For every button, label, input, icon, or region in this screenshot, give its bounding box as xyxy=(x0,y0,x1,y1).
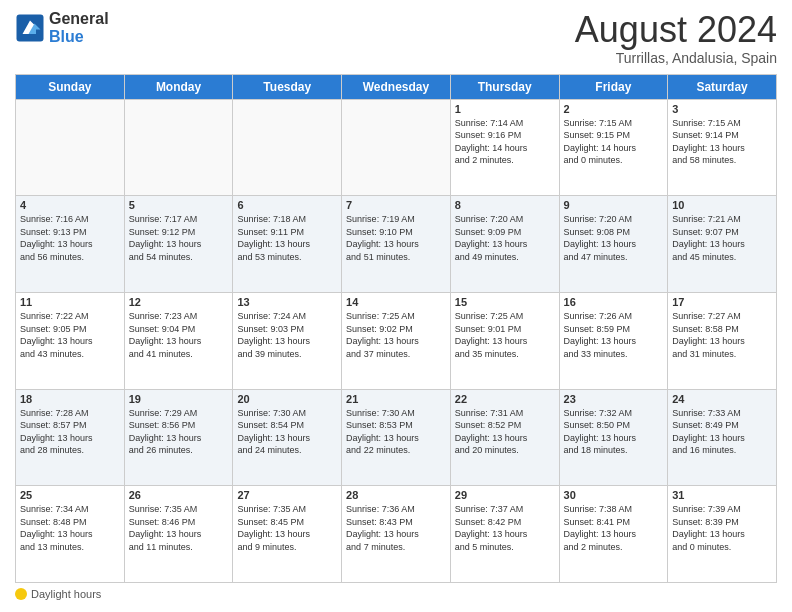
day-number: 22 xyxy=(455,393,555,405)
weekday-header-sunday: Sunday xyxy=(16,74,125,99)
week-row-1: 1Sunrise: 7:14 AM Sunset: 9:16 PM Daylig… xyxy=(16,99,777,196)
day-info: Sunrise: 7:19 AM Sunset: 9:10 PM Dayligh… xyxy=(346,213,446,263)
day-number: 15 xyxy=(455,296,555,308)
daylight-text: Daylight hours xyxy=(31,588,101,600)
day-number: 7 xyxy=(346,199,446,211)
calendar-cell: 21Sunrise: 7:30 AM Sunset: 8:53 PM Dayli… xyxy=(342,389,451,486)
day-info: Sunrise: 7:34 AM Sunset: 8:48 PM Dayligh… xyxy=(20,503,120,553)
calendar-cell: 9Sunrise: 7:20 AM Sunset: 9:08 PM Daylig… xyxy=(559,196,668,293)
weekday-row: SundayMondayTuesdayWednesdayThursdayFrid… xyxy=(16,74,777,99)
calendar-cell: 16Sunrise: 7:26 AM Sunset: 8:59 PM Dayli… xyxy=(559,292,668,389)
day-number: 19 xyxy=(129,393,229,405)
day-number: 5 xyxy=(129,199,229,211)
day-info: Sunrise: 7:27 AM Sunset: 8:58 PM Dayligh… xyxy=(672,310,772,360)
day-number: 23 xyxy=(564,393,664,405)
day-info: Sunrise: 7:38 AM Sunset: 8:41 PM Dayligh… xyxy=(564,503,664,553)
calendar-cell: 4Sunrise: 7:16 AM Sunset: 9:13 PM Daylig… xyxy=(16,196,125,293)
day-info: Sunrise: 7:37 AM Sunset: 8:42 PM Dayligh… xyxy=(455,503,555,553)
day-info: Sunrise: 7:21 AM Sunset: 9:07 PM Dayligh… xyxy=(672,213,772,263)
calendar-cell: 10Sunrise: 7:21 AM Sunset: 9:07 PM Dayli… xyxy=(668,196,777,293)
week-row-2: 4Sunrise: 7:16 AM Sunset: 9:13 PM Daylig… xyxy=(16,196,777,293)
day-info: Sunrise: 7:16 AM Sunset: 9:13 PM Dayligh… xyxy=(20,213,120,263)
calendar-cell: 25Sunrise: 7:34 AM Sunset: 8:48 PM Dayli… xyxy=(16,486,125,583)
calendar-cell: 14Sunrise: 7:25 AM Sunset: 9:02 PM Dayli… xyxy=(342,292,451,389)
weekday-header-saturday: Saturday xyxy=(668,74,777,99)
day-number: 10 xyxy=(672,199,772,211)
calendar-cell: 20Sunrise: 7:30 AM Sunset: 8:54 PM Dayli… xyxy=(233,389,342,486)
calendar-cell: 3Sunrise: 7:15 AM Sunset: 9:14 PM Daylig… xyxy=(668,99,777,196)
day-info: Sunrise: 7:33 AM Sunset: 8:49 PM Dayligh… xyxy=(672,407,772,457)
logo-icon xyxy=(15,13,45,43)
main-title: August 2024 xyxy=(575,10,777,50)
day-info: Sunrise: 7:15 AM Sunset: 9:15 PM Dayligh… xyxy=(564,117,664,167)
calendar-cell: 15Sunrise: 7:25 AM Sunset: 9:01 PM Dayli… xyxy=(450,292,559,389)
day-number: 3 xyxy=(672,103,772,115)
calendar-cell: 22Sunrise: 7:31 AM Sunset: 8:52 PM Dayli… xyxy=(450,389,559,486)
day-number: 28 xyxy=(346,489,446,501)
header: General Blue August 2024 Turrillas, Anda… xyxy=(15,10,777,66)
day-number: 25 xyxy=(20,489,120,501)
day-number: 9 xyxy=(564,199,664,211)
day-number: 16 xyxy=(564,296,664,308)
calendar-cell xyxy=(16,99,125,196)
day-number: 17 xyxy=(672,296,772,308)
calendar-body: 1Sunrise: 7:14 AM Sunset: 9:16 PM Daylig… xyxy=(16,99,777,582)
day-number: 6 xyxy=(237,199,337,211)
daylight-label: Daylight hours xyxy=(15,588,101,600)
calendar-cell: 23Sunrise: 7:32 AM Sunset: 8:50 PM Dayli… xyxy=(559,389,668,486)
day-number: 29 xyxy=(455,489,555,501)
day-info: Sunrise: 7:14 AM Sunset: 9:16 PM Dayligh… xyxy=(455,117,555,167)
calendar-table: SundayMondayTuesdayWednesdayThursdayFrid… xyxy=(15,74,777,583)
calendar-cell xyxy=(342,99,451,196)
day-number: 30 xyxy=(564,489,664,501)
day-info: Sunrise: 7:30 AM Sunset: 8:54 PM Dayligh… xyxy=(237,407,337,457)
day-info: Sunrise: 7:15 AM Sunset: 9:14 PM Dayligh… xyxy=(672,117,772,167)
weekday-header-thursday: Thursday xyxy=(450,74,559,99)
day-info: Sunrise: 7:17 AM Sunset: 9:12 PM Dayligh… xyxy=(129,213,229,263)
day-number: 11 xyxy=(20,296,120,308)
sun-icon xyxy=(15,588,27,600)
day-info: Sunrise: 7:35 AM Sunset: 8:45 PM Dayligh… xyxy=(237,503,337,553)
calendar-cell: 13Sunrise: 7:24 AM Sunset: 9:03 PM Dayli… xyxy=(233,292,342,389)
subtitle: Turrillas, Andalusia, Spain xyxy=(575,50,777,66)
day-info: Sunrise: 7:35 AM Sunset: 8:46 PM Dayligh… xyxy=(129,503,229,553)
day-number: 12 xyxy=(129,296,229,308)
day-info: Sunrise: 7:18 AM Sunset: 9:11 PM Dayligh… xyxy=(237,213,337,263)
day-info: Sunrise: 7:22 AM Sunset: 9:05 PM Dayligh… xyxy=(20,310,120,360)
day-info: Sunrise: 7:36 AM Sunset: 8:43 PM Dayligh… xyxy=(346,503,446,553)
week-row-5: 25Sunrise: 7:34 AM Sunset: 8:48 PM Dayli… xyxy=(16,486,777,583)
day-info: Sunrise: 7:29 AM Sunset: 8:56 PM Dayligh… xyxy=(129,407,229,457)
day-number: 4 xyxy=(20,199,120,211)
calendar-cell: 2Sunrise: 7:15 AM Sunset: 9:15 PM Daylig… xyxy=(559,99,668,196)
day-info: Sunrise: 7:25 AM Sunset: 9:01 PM Dayligh… xyxy=(455,310,555,360)
calendar-cell: 6Sunrise: 7:18 AM Sunset: 9:11 PM Daylig… xyxy=(233,196,342,293)
day-number: 18 xyxy=(20,393,120,405)
calendar-cell: 19Sunrise: 7:29 AM Sunset: 8:56 PM Dayli… xyxy=(124,389,233,486)
day-number: 20 xyxy=(237,393,337,405)
day-info: Sunrise: 7:23 AM Sunset: 9:04 PM Dayligh… xyxy=(129,310,229,360)
day-number: 26 xyxy=(129,489,229,501)
calendar-cell: 28Sunrise: 7:36 AM Sunset: 8:43 PM Dayli… xyxy=(342,486,451,583)
day-info: Sunrise: 7:26 AM Sunset: 8:59 PM Dayligh… xyxy=(564,310,664,360)
day-info: Sunrise: 7:28 AM Sunset: 8:57 PM Dayligh… xyxy=(20,407,120,457)
day-info: Sunrise: 7:24 AM Sunset: 9:03 PM Dayligh… xyxy=(237,310,337,360)
logo: General Blue xyxy=(15,10,109,46)
calendar-cell: 5Sunrise: 7:17 AM Sunset: 9:12 PM Daylig… xyxy=(124,196,233,293)
calendar-cell: 31Sunrise: 7:39 AM Sunset: 8:39 PM Dayli… xyxy=(668,486,777,583)
calendar-cell: 29Sunrise: 7:37 AM Sunset: 8:42 PM Dayli… xyxy=(450,486,559,583)
week-row-3: 11Sunrise: 7:22 AM Sunset: 9:05 PM Dayli… xyxy=(16,292,777,389)
day-info: Sunrise: 7:20 AM Sunset: 9:08 PM Dayligh… xyxy=(564,213,664,263)
day-number: 13 xyxy=(237,296,337,308)
calendar-header: SundayMondayTuesdayWednesdayThursdayFrid… xyxy=(16,74,777,99)
calendar-cell: 17Sunrise: 7:27 AM Sunset: 8:58 PM Dayli… xyxy=(668,292,777,389)
calendar-cell: 11Sunrise: 7:22 AM Sunset: 9:05 PM Dayli… xyxy=(16,292,125,389)
weekday-header-wednesday: Wednesday xyxy=(342,74,451,99)
calendar-cell: 18Sunrise: 7:28 AM Sunset: 8:57 PM Dayli… xyxy=(16,389,125,486)
weekday-header-friday: Friday xyxy=(559,74,668,99)
calendar-cell xyxy=(233,99,342,196)
calendar-cell: 24Sunrise: 7:33 AM Sunset: 8:49 PM Dayli… xyxy=(668,389,777,486)
logo-text: General Blue xyxy=(49,10,109,46)
calendar-cell: 27Sunrise: 7:35 AM Sunset: 8:45 PM Dayli… xyxy=(233,486,342,583)
day-info: Sunrise: 7:39 AM Sunset: 8:39 PM Dayligh… xyxy=(672,503,772,553)
day-info: Sunrise: 7:32 AM Sunset: 8:50 PM Dayligh… xyxy=(564,407,664,457)
